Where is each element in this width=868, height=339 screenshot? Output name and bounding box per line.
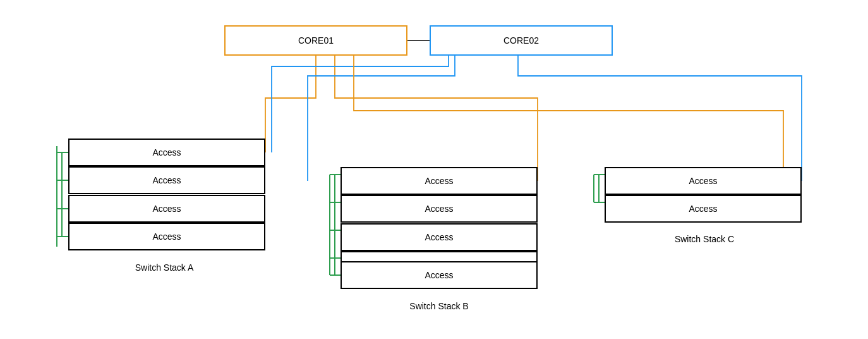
stack-a-switch-2-label: Access [152, 175, 181, 185]
stack-b-label: Switch Stack B [373, 301, 505, 311]
stack-c-switch-1: Access [605, 167, 802, 195]
stack-a-label: Switch Stack A [101, 262, 227, 273]
stack-a-switch-4: Access [68, 223, 265, 250]
stack-a-switch-4-label: Access [152, 231, 181, 242]
stack-a-switch-3: Access [68, 195, 265, 223]
stack-b-switch-5: Access [341, 261, 538, 289]
stack-b-switch-3-label: Access [425, 232, 453, 242]
core01-label: CORE01 [298, 35, 334, 46]
stack-a-switch-1-label: Access [152, 147, 181, 157]
stack-a-switch-3-label: Access [152, 204, 181, 214]
core01-node: CORE01 [224, 25, 407, 56]
stack-c-switch-2-label: Access [689, 204, 717, 214]
stack-b-switch-5-label: Access [425, 270, 453, 280]
stack-b-switch-3: Access [341, 223, 538, 251]
stack-a-switch-1: Access [68, 139, 265, 166]
stack-b-switch-2-label: Access [425, 204, 453, 214]
stack-b-switch-1: Access [341, 167, 538, 195]
core02-label: CORE02 [503, 35, 539, 46]
stack-b-switch-2: Access [341, 195, 538, 223]
stack-c-switch-1-label: Access [689, 176, 717, 186]
stack-c-switch-2: Access [605, 195, 802, 223]
core02-node: CORE02 [430, 25, 613, 56]
stack-c-label: Switch Stack C [638, 234, 771, 244]
stack-b-switch-1-label: Access [425, 176, 453, 186]
stack-a-switch-2: Access [68, 166, 265, 194]
